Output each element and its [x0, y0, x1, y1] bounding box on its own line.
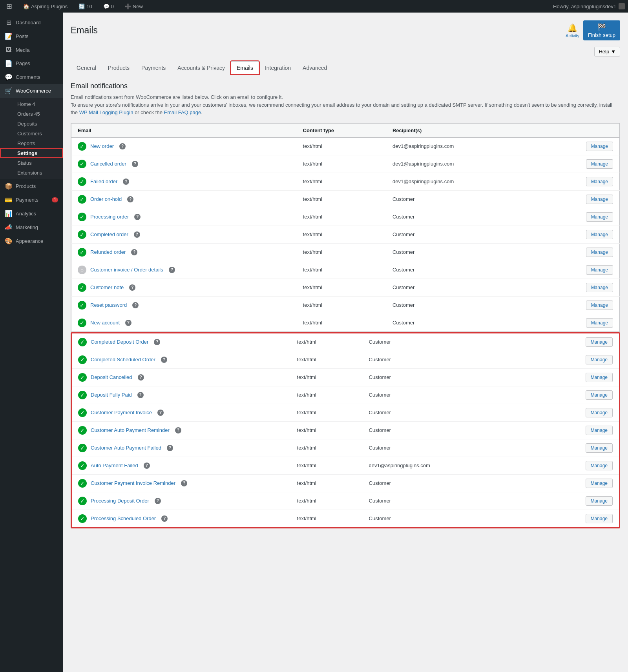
manage-button[interactable]: Manage [586, 496, 613, 506]
manage-button[interactable]: Manage [586, 300, 613, 310]
email-name-link[interactable]: Completed Scheduled Order [91, 357, 155, 362]
tab-integration[interactable]: Integration [259, 61, 297, 74]
manage-button[interactable]: Manage [586, 142, 613, 151]
manage-button[interactable]: Manage [586, 177, 613, 186]
email-name-link[interactable]: New account [90, 320, 120, 326]
help-tip-icon[interactable]: ? [161, 357, 167, 363]
wp-logo[interactable]: ⊞ [3, 0, 15, 13]
finish-setup-button[interactable]: 🏁 Finish setup [583, 20, 620, 40]
help-tip-icon[interactable]: ? [137, 392, 144, 398]
manage-button[interactable]: Manage [586, 283, 613, 292]
help-button[interactable]: Help ▼ [594, 47, 620, 56]
email-name-link[interactable]: Customer note [90, 284, 124, 290]
manage-button[interactable]: Manage [586, 408, 613, 417]
help-tip-icon[interactable]: ? [134, 231, 140, 238]
site-name[interactable]: 🏠 Aspiring Plugins [20, 0, 71, 13]
manage-button[interactable]: Manage [586, 390, 613, 400]
help-tip-icon[interactable]: ? [157, 410, 164, 416]
email-name-link[interactable]: Completed Deposit Order [91, 339, 148, 345]
tab-products[interactable]: Products [102, 61, 135, 74]
help-tip-icon[interactable]: ? [129, 284, 135, 291]
email-name-link[interactable]: Refunded order [90, 249, 126, 255]
sidebar-item-posts[interactable]: 📝 Posts [0, 29, 63, 43]
submenu-item-status[interactable]: Status [0, 158, 63, 168]
help-tip-icon[interactable]: ? [127, 196, 133, 202]
email-name-link[interactable]: New order [90, 143, 114, 149]
tab-accounts-privacy[interactable]: Accounts & Privacy [172, 61, 231, 74]
sidebar-item-products[interactable]: 📦 Products [0, 179, 63, 193]
help-tip-icon[interactable]: ? [132, 161, 138, 167]
submenu-item-orders[interactable]: Orders 45 [0, 109, 63, 119]
sidebar-item-payments[interactable]: 💳 Payments 1 [0, 193, 63, 207]
email-name-link[interactable]: Order on-hold [90, 196, 122, 202]
sidebar-item-woocommerce[interactable]: 🛒 WooCommerce [0, 84, 63, 98]
help-tip-icon[interactable]: ? [181, 480, 187, 486]
manage-button[interactable]: Manage [586, 195, 613, 204]
sidebar-item-analytics[interactable]: 📊 Analytics [0, 207, 63, 220]
help-tip-icon[interactable]: ? [167, 445, 173, 451]
activity-button[interactable]: 🔔 Activity [566, 23, 579, 38]
help-tip-icon[interactable]: ? [154, 339, 160, 345]
tab-payments[interactable]: Payments [135, 61, 172, 74]
email-name-link[interactable]: Customer Auto Payment Failed [91, 445, 161, 451]
help-tip-icon[interactable]: ? [161, 515, 168, 522]
sidebar-item-appearance[interactable]: 🎨 Appearance [0, 234, 63, 248]
tab-emails[interactable]: Emails [231, 61, 259, 74]
submenu-item-extensions[interactable]: Extensions [0, 168, 63, 178]
tab-advanced[interactable]: Advanced [297, 61, 333, 74]
email-name-link[interactable]: Customer Payment Invoice [91, 410, 152, 415]
email-faq-link[interactable]: Email FAQ page [164, 109, 201, 115]
help-tip-icon[interactable]: ? [132, 302, 139, 308]
submenu-item-reports[interactable]: Reports [0, 138, 63, 148]
email-name-link[interactable]: Completed order [90, 231, 128, 237]
manage-button[interactable]: Manage [586, 265, 613, 275]
comments-menu[interactable]: 💬 0 [100, 0, 117, 13]
manage-button[interactable]: Manage [586, 318, 613, 328]
email-name-link[interactable]: Auto Payment Failed [91, 463, 138, 468]
updates-menu[interactable]: 🔄 10 [75, 0, 95, 13]
help-tip-icon[interactable]: ? [123, 178, 129, 185]
email-name-link[interactable]: Failed order [90, 178, 117, 184]
manage-button[interactable]: Manage [586, 159, 613, 169]
help-tip-icon[interactable]: ? [144, 463, 150, 469]
manage-button[interactable]: Manage [586, 337, 613, 347]
manage-button[interactable]: Manage [586, 443, 613, 453]
sidebar-item-comments[interactable]: 💬 Comments [0, 70, 63, 84]
email-name-link[interactable]: Processing order [90, 214, 129, 220]
wp-mail-logging-link[interactable]: WP Mail Logging Plugin [79, 109, 133, 115]
manage-button[interactable]: Manage [586, 248, 613, 257]
manage-button[interactable]: Manage [586, 426, 613, 435]
sidebar-item-marketing[interactable]: 📣 Marketing [0, 220, 63, 234]
new-content-menu[interactable]: ➕ New [122, 0, 146, 13]
manage-button[interactable]: Manage [586, 212, 613, 222]
help-tip-icon[interactable]: ? [125, 320, 131, 326]
email-name-link[interactable]: Processing Deposit Order [91, 498, 149, 504]
submenu-item-settings[interactable]: Settings [0, 148, 63, 158]
email-name-link[interactable]: Reset password [90, 302, 127, 308]
help-tip-icon[interactable]: ? [131, 249, 137, 255]
submenu-item-home[interactable]: Home 4 [0, 99, 63, 109]
manage-button[interactable]: Manage [586, 461, 613, 470]
manage-button[interactable]: Manage [586, 479, 613, 488]
help-tip-icon[interactable]: ? [138, 374, 144, 381]
sidebar-item-pages[interactable]: 📄 Pages [0, 56, 63, 70]
manage-button[interactable]: Manage [586, 355, 613, 364]
manage-button[interactable]: Manage [586, 514, 613, 523]
help-tip-icon[interactable]: ? [155, 498, 161, 504]
sidebar-item-dashboard[interactable]: ⊞ Dashboard [0, 16, 63, 29]
user-menu[interactable]: Howdy, aspiringpluginsdev1 [553, 3, 625, 9]
help-tip-icon[interactable]: ? [134, 214, 141, 220]
email-name-link[interactable]: Processing Scheduled Order [91, 515, 156, 521]
email-name-link[interactable]: Deposit Cancelled [91, 374, 132, 380]
help-tip-icon[interactable]: ? [175, 427, 181, 433]
submenu-item-deposits[interactable]: Deposits [0, 119, 63, 129]
manage-button[interactable]: Manage [586, 230, 613, 239]
email-name-link[interactable]: Customer Auto Payment Reminder [91, 427, 170, 433]
email-name-link[interactable]: Cancelled order [90, 161, 126, 167]
tab-general[interactable]: General [71, 61, 102, 74]
sidebar-item-media[interactable]: 🖼 Media [0, 43, 63, 56]
email-name-link[interactable]: Customer Payment Invoice Reminder [91, 480, 175, 486]
manage-button[interactable]: Manage [586, 373, 613, 382]
email-name-link[interactable]: Deposit Fully Paid [91, 392, 132, 398]
help-tip-icon[interactable]: ? [119, 143, 126, 149]
